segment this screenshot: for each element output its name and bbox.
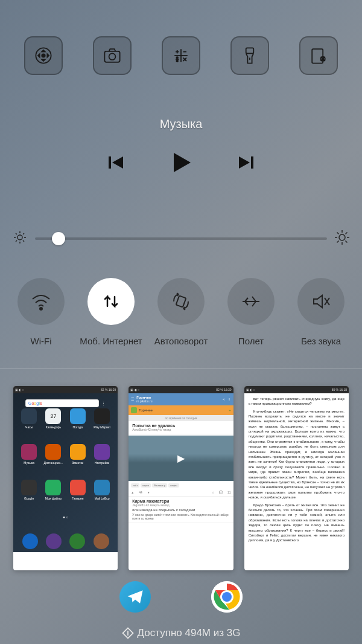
remote-icon bbox=[33, 45, 54, 66]
mute-label: Без звука bbox=[301, 336, 341, 347]
memory-status[interactable]: Доступно 494M из 3G bbox=[0, 627, 362, 639]
mobile-data-toggle[interactable]: Моб. Интернет bbox=[78, 278, 144, 347]
svg-line-36 bbox=[337, 233, 339, 234]
svg-point-22 bbox=[17, 235, 22, 240]
svg-rect-21 bbox=[251, 156, 253, 169]
svg-point-40 bbox=[40, 308, 42, 310]
svg-line-39 bbox=[346, 233, 348, 234]
chrome-icon bbox=[211, 581, 243, 613]
mute-toggle[interactable]: Без звука bbox=[288, 278, 354, 347]
quick-actions-row bbox=[0, 0, 362, 87]
svg-rect-20 bbox=[109, 156, 111, 169]
camera-button[interactable] bbox=[93, 36, 132, 75]
previous-icon bbox=[106, 153, 125, 172]
remote-button[interactable] bbox=[24, 36, 63, 75]
svg-point-31 bbox=[339, 234, 345, 240]
camera-icon bbox=[101, 45, 123, 66]
flashlight-button[interactable] bbox=[230, 36, 269, 75]
telegram-icon bbox=[124, 586, 146, 608]
recent-apps-row: ▣ ◐ ○82 % 16:29 Google ⋮ Часы 27Календар… bbox=[0, 369, 362, 570]
brightness-section bbox=[0, 184, 362, 260]
svg-point-3 bbox=[109, 53, 116, 60]
svg-point-46 bbox=[222, 592, 232, 602]
airplane-icon bbox=[240, 291, 262, 312]
svg-line-29 bbox=[16, 240, 17, 242]
cleanup-icon bbox=[122, 627, 134, 639]
recent-app-launcher[interactable]: ▣ ◐ ○82 % 16:29 Google ⋮ Часы 27Календар… bbox=[13, 386, 118, 570]
recent-app-browser[interactable]: ▣ ◐ ○82 % 16:30 ☰Горячееm.pikabu.ru<⋮ Го… bbox=[129, 386, 233, 570]
svg-point-1 bbox=[42, 54, 45, 57]
toggles-row: Wi-Fi Моб. Интернет Автоповорот bbox=[0, 260, 362, 353]
play-icon bbox=[168, 149, 194, 176]
next-track-button[interactable] bbox=[237, 153, 256, 175]
rotate-icon bbox=[170, 291, 192, 312]
screenshot-button[interactable] bbox=[299, 36, 338, 75]
dock-icons bbox=[0, 570, 362, 613]
svg-point-12 bbox=[176, 60, 178, 62]
svg-rect-14 bbox=[246, 48, 254, 53]
play-button[interactable] bbox=[168, 149, 194, 178]
autorotate-label: Автоповорот bbox=[154, 336, 208, 347]
mute-icon bbox=[310, 291, 332, 312]
wifi-icon bbox=[30, 291, 52, 312]
svg-line-27 bbox=[16, 233, 17, 234]
svg-line-37 bbox=[346, 241, 348, 243]
svg-point-11 bbox=[176, 57, 178, 59]
brightness-slider[interactable] bbox=[35, 237, 327, 240]
svg-rect-41 bbox=[176, 295, 186, 307]
airplane-label: Полет bbox=[238, 336, 264, 347]
chrome-app-icon[interactable] bbox=[211, 581, 243, 613]
brightness-high-icon bbox=[334, 230, 350, 248]
music-section: Музыка bbox=[0, 87, 362, 184]
music-controls bbox=[0, 149, 362, 178]
brightness-thumb[interactable] bbox=[52, 232, 65, 245]
previous-track-button[interactable] bbox=[106, 153, 125, 175]
flashlight-icon bbox=[239, 45, 261, 66]
wifi-label: Wi-Fi bbox=[31, 336, 52, 347]
svg-line-38 bbox=[337, 241, 339, 243]
svg-line-30 bbox=[23, 233, 24, 234]
mobile-data-label: Моб. Интернет bbox=[80, 336, 142, 347]
screenshot-icon bbox=[308, 45, 329, 66]
data-icon bbox=[100, 291, 122, 312]
svg-line-28 bbox=[23, 240, 24, 242]
wifi-toggle[interactable]: Wi-Fi bbox=[8, 278, 74, 347]
autorotate-toggle[interactable]: Автоповорот bbox=[148, 278, 214, 347]
recent-app-reader[interactable]: ▣ ◐ ○85 % 16:18 вот теперь решил написат… bbox=[244, 386, 349, 570]
calculator-icon bbox=[170, 45, 192, 66]
brightness-low-icon bbox=[12, 230, 28, 248]
next-icon bbox=[237, 153, 256, 172]
music-title: Музыка bbox=[0, 117, 362, 131]
calculator-button[interactable] bbox=[162, 36, 200, 75]
telegram-app-icon[interactable] bbox=[119, 581, 151, 613]
google-search: Google bbox=[25, 399, 99, 407]
airplane-toggle[interactable]: Полет bbox=[218, 278, 284, 347]
